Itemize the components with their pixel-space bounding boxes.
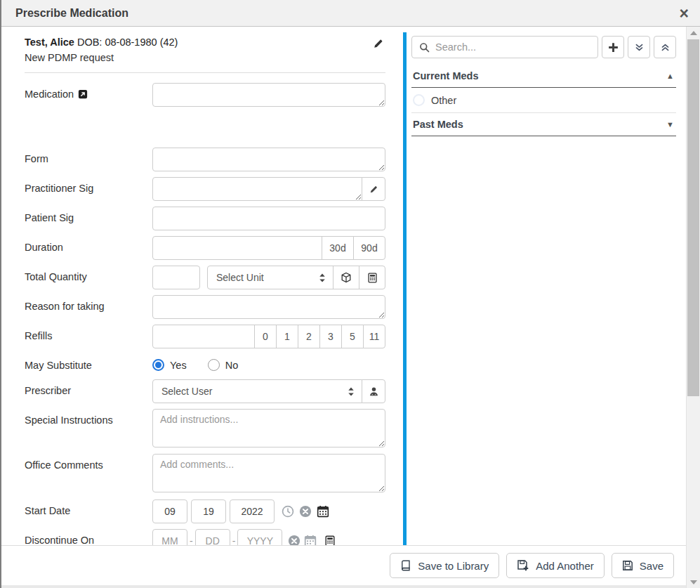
- total-quantity-input[interactable]: [152, 266, 200, 289]
- calendar-icon[interactable]: [304, 535, 317, 545]
- caret-down-icon: ▼: [666, 120, 674, 129]
- quantity-calculator-button[interactable]: [359, 266, 385, 289]
- total-quantity-row: Total Quantity Select Unit: [25, 266, 385, 289]
- patient-sig-label: Patient Sig: [25, 212, 74, 223]
- cube-icon: [341, 272, 352, 283]
- add-med-button[interactable]: [602, 36, 624, 58]
- section-current-meds[interactable]: Current Meds ▲: [411, 65, 676, 88]
- prescription-form: Test, Alice DOB: 08-08-1980 (42) New PDM…: [1, 27, 403, 545]
- refills-11-button[interactable]: 11: [363, 325, 385, 348]
- dialog-body: Test, Alice DOB: 08-08-1980 (42) New PDM…: [1, 27, 686, 545]
- duration-30d-button[interactable]: 30d: [322, 236, 354, 260]
- date-separator: -: [232, 535, 236, 545]
- start-date-month-input[interactable]: [152, 499, 187, 523]
- refills-5-button[interactable]: 5: [341, 325, 364, 348]
- current-meds-other-item[interactable]: Other: [411, 88, 676, 113]
- discontinue-month-input[interactable]: [152, 529, 187, 545]
- duration-input[interactable]: [152, 236, 322, 260]
- clear-date-icon[interactable]: [299, 505, 312, 518]
- substitute-no-label: No: [225, 360, 239, 371]
- clock-icon[interactable]: [282, 505, 294, 518]
- special-instructions-row: Special Instructions: [25, 409, 385, 447]
- discontinue-year-input[interactable]: [237, 529, 282, 545]
- date-separator: -: [190, 535, 193, 545]
- pdmp-request-note: New PDMP request: [25, 52, 385, 63]
- scroll-down-arrow[interactable]: [687, 576, 700, 588]
- form-input[interactable]: [152, 148, 385, 171]
- chevrons-down-icon: [635, 43, 644, 52]
- save-plus-icon: [517, 559, 529, 572]
- substitute-yes-radio[interactable]: [152, 359, 164, 371]
- vertical-scrollbar[interactable]: [686, 27, 700, 588]
- book-icon: [400, 560, 411, 571]
- assign-prescriber-button[interactable]: [362, 379, 385, 403]
- prescriber-row: Prescriber Select User: [25, 379, 385, 403]
- meds-search-input[interactable]: [435, 37, 590, 58]
- discontinue-day-input[interactable]: [195, 529, 230, 545]
- special-instructions-input[interactable]: [152, 409, 385, 447]
- refills-3-button[interactable]: 3: [319, 325, 342, 348]
- package-lookup-button[interactable]: [333, 266, 359, 289]
- save-button[interactable]: Save: [612, 553, 674, 578]
- patient-sig-input[interactable]: [152, 207, 385, 230]
- close-icon[interactable]: ×: [680, 6, 689, 20]
- other-label: Other: [431, 95, 456, 106]
- refills-0-button[interactable]: 0: [254, 325, 277, 348]
- refills-1-button[interactable]: 1: [276, 325, 298, 348]
- select-arrows-icon: [319, 273, 326, 283]
- practitioner-sig-row: Practitioner Sig: [25, 177, 385, 201]
- medication-row: Medication: [25, 83, 385, 107]
- practitioner-sig-label: Practitioner Sig: [25, 183, 93, 194]
- meds-panel: Current Meds ▲ Other Past Meds ▼: [407, 27, 686, 545]
- dialog-titlebar: Prescribe Medication ×: [1, 0, 700, 27]
- substitute-yes-label: Yes: [170, 360, 187, 371]
- scroll-up-arrow[interactable]: [687, 27, 700, 39]
- edit-patient-pencil-icon[interactable]: [373, 38, 384, 49]
- section-past-meds[interactable]: Past Meds ▼: [411, 113, 676, 136]
- special-instructions-label: Special Instructions: [25, 414, 113, 426]
- patient-header: Test, Alice DOB: 08-08-1980 (42) New PDM…: [25, 37, 385, 73]
- duration-calculator-icon[interactable]: [324, 535, 336, 545]
- substitute-no-radio[interactable]: [208, 359, 220, 371]
- start-date-row: Start Date: [25, 499, 385, 523]
- calculator-icon: [367, 273, 378, 283]
- start-date-day-input[interactable]: [191, 499, 226, 523]
- office-comments-label: Office Comments: [25, 459, 103, 471]
- practitioner-sig-input[interactable]: [152, 177, 362, 201]
- collapse-all-button[interactable]: [654, 36, 676, 58]
- dialog-title: Prescribe Medication: [15, 7, 680, 20]
- prescriber-select[interactable]: Select User: [152, 379, 362, 403]
- refills-row: Refills 0 1 2 3 5 11: [25, 325, 385, 348]
- dialog-footer: Save to Library Add Another Save: [1, 545, 686, 585]
- chevrons-up-icon: [661, 43, 670, 52]
- medication-input[interactable]: [152, 83, 385, 107]
- caret-up-icon: ▲: [666, 72, 674, 80]
- calendar-icon[interactable]: [317, 505, 329, 518]
- duration-90d-button[interactable]: 90d: [353, 236, 385, 260]
- patient-dob: DOB: 08-08-1980 (42): [77, 37, 178, 48]
- refills-2-button[interactable]: 2: [298, 325, 320, 348]
- clear-date-icon[interactable]: [288, 535, 301, 545]
- other-radio[interactable]: [413, 94, 425, 106]
- save-icon: [622, 560, 633, 571]
- expand-all-button[interactable]: [628, 36, 650, 58]
- search-icon: [419, 42, 430, 53]
- may-substitute-row: May Substitute Yes No: [25, 354, 385, 371]
- add-another-button[interactable]: Add Another: [506, 553, 605, 578]
- start-date-year-input[interactable]: [230, 499, 275, 523]
- patient-sig-row: Patient Sig: [25, 207, 385, 230]
- save-to-library-button[interactable]: Save to Library: [390, 553, 499, 578]
- scrollbar-thumb[interactable]: [687, 39, 699, 396]
- refills-input[interactable]: [152, 325, 255, 348]
- discontinue-on-row: Discontinue On - -: [25, 529, 385, 545]
- meds-search-box[interactable]: [411, 36, 598, 58]
- reason-input[interactable]: [152, 295, 385, 319]
- office-comments-input[interactable]: [152, 454, 385, 492]
- edit-sig-button[interactable]: [362, 177, 385, 201]
- dialog-bottom-edge: [1, 585, 686, 588]
- external-link-icon[interactable]: [78, 89, 88, 99]
- form-label: Form: [25, 153, 48, 164]
- prescribe-medication-dialog: Prescribe Medication × Test, Alice DOB: …: [0, 0, 700, 588]
- unit-select[interactable]: Select Unit: [207, 266, 334, 289]
- meds-search-row: [411, 36, 676, 58]
